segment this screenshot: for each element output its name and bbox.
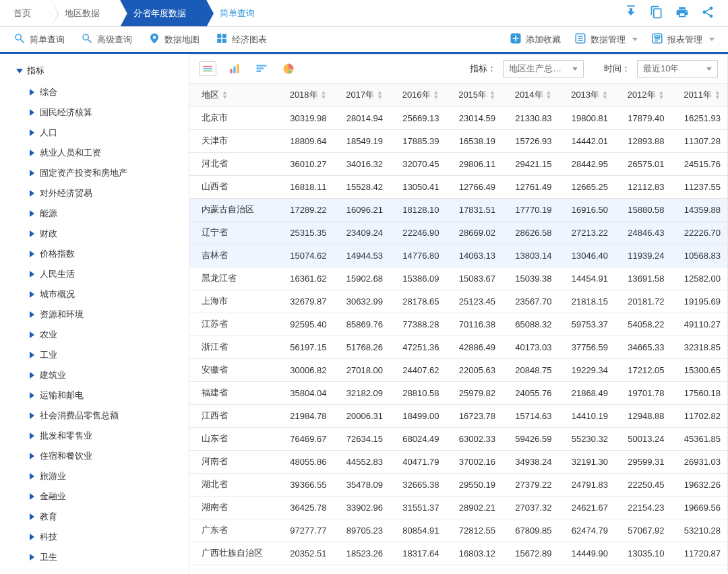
toolbar: 简单查询 高级查询 数据地图 经济图表 添加收藏 数据管理 报表管理 [0, 27, 728, 54]
time-select[interactable]: 最近10年 [637, 60, 718, 77]
table-row[interactable]: 广东省97277.7789705.2380854.9172812.5567809… [189, 519, 727, 542]
sidebar-item-label: 人民生活 [40, 268, 75, 280]
data-map-button[interactable]: 数据地图 [148, 32, 200, 46]
value-cell: 42886.49 [446, 336, 503, 358]
table-row[interactable]: 山西省16818.1115528.4213050.4112766.4912761… [189, 175, 727, 198]
report-manage-dropdown[interactable]: 报表管理 [651, 32, 715, 46]
table-row[interactable]: 福建省35804.0432182.0928810.5825979.8224055… [189, 381, 727, 404]
table-row[interactable]: 辽宁省25315.3523409.2422246.9028669.0228626… [189, 221, 727, 244]
sidebar-item[interactable]: 财政 [30, 224, 182, 244]
simple-search-button[interactable]: 简单查询 [13, 32, 65, 46]
table-row[interactable]: 湖南省36425.7833902.9631551.3728902.2127037… [189, 496, 727, 519]
table-row[interactable]: 浙江省56197.1551768.2647251.3642886.4940173… [189, 336, 727, 358]
value-cell: 68024.49 [390, 427, 446, 450]
table-row[interactable]: 江西省21984.7820006.3118499.0016723.7815714… [189, 404, 727, 427]
sidebar-item[interactable]: 城市概况 [30, 284, 182, 305]
sidebar-item[interactable]: 国民经济核算 [30, 102, 182, 123]
tree-root-indicator[interactable]: 指标 [16, 65, 182, 77]
horizontal-bar-icon[interactable] [253, 61, 270, 76]
copy-icon[interactable] [650, 5, 663, 21]
share-icon[interactable] [701, 5, 715, 21]
data-manage-dropdown[interactable]: 数据管理 [574, 32, 638, 46]
table-row[interactable]: 湖北省39366.5535478.0932665.3829550.1927379… [189, 473, 727, 496]
column-header[interactable]: 2016年▲▼ [390, 84, 446, 106]
column-header[interactable]: 2017年▲▼ [334, 84, 390, 106]
download-icon[interactable] [624, 5, 638, 21]
column-header[interactable]: 地区▲▼ [189, 84, 277, 106]
column-header[interactable]: 2011年▲▼ [671, 84, 728, 106]
sidebar-item[interactable]: 运输和邮电 [30, 385, 182, 406]
table-row[interactable]: 天津市18809.6418549.1917885.3916538.1915726… [189, 129, 727, 152]
value-cell: 24791.83 [559, 473, 615, 496]
sidebar-item-label: 国民经济核算 [40, 106, 92, 119]
column-header[interactable]: 2013年▲▼ [559, 84, 615, 106]
column-header[interactable]: 2014年▲▼ [502, 84, 559, 106]
print-icon[interactable] [675, 5, 689, 21]
sidebar-item[interactable]: 人民生活 [30, 264, 182, 284]
value-cell: 15528.42 [334, 175, 390, 198]
value-cell: 72812.55 [446, 519, 503, 542]
economic-chart-button[interactable]: 经济图表 [216, 32, 267, 46]
table-view-icon[interactable] [199, 61, 216, 76]
sidebar-item[interactable]: 社会服务 [30, 567, 182, 572]
table-row[interactable]: 北京市30319.9828014.9425669.1323014.5921330… [189, 106, 727, 129]
table-row[interactable]: 河北省36010.2734016.3232070.4529806.1129421… [189, 152, 727, 175]
sidebar-item[interactable]: 综合 [30, 82, 182, 102]
sidebar-item[interactable]: 能源 [30, 203, 182, 224]
table-row[interactable]: 山东省76469.6772634.1568024.4963002.3359426… [189, 427, 727, 450]
chevron-right-icon [30, 210, 34, 217]
sidebar-item[interactable]: 农业 [30, 325, 182, 345]
sidebar-item[interactable]: 固定资产投资和房地产 [30, 163, 182, 183]
breadcrumb-home[interactable]: 首页 [0, 0, 51, 26]
column-header[interactable]: 2012年▲▼ [615, 84, 671, 106]
value-cell: 23409.24 [334, 221, 390, 244]
sidebar-item[interactable]: 科技 [30, 527, 182, 547]
value-cell: 97277.77 [277, 519, 334, 542]
table-row[interactable]: 江苏省92595.4085869.7677388.2870116.3865088… [189, 313, 727, 336]
sidebar-item[interactable]: 价格指数 [30, 244, 182, 264]
breadcrumb-simple-query[interactable]: 简单查询 [206, 0, 275, 26]
value-cell: 26575.01 [615, 152, 671, 175]
sidebar-item[interactable]: 批发和零售业 [30, 426, 182, 446]
pie-chart-icon[interactable] [280, 61, 297, 76]
sidebar-item[interactable]: 建筑业 [30, 365, 182, 385]
column-header[interactable]: 2015年▲▼ [446, 84, 503, 106]
toolbar-label: 经济图表 [232, 34, 267, 46]
region-cell: 河北省 [189, 152, 277, 175]
sidebar-item[interactable]: 旅游业 [30, 466, 182, 486]
column-header[interactable]: 2018年▲▼ [277, 84, 334, 106]
data-table-wrapper[interactable]: 地区▲▼2018年▲▼2017年▲▼2016年▲▼2015年▲▼2014年▲▼2… [189, 84, 728, 572]
table-row[interactable]: 河南省48055.8644552.8340471.7937002.1634938… [189, 450, 727, 473]
table-row[interactable]: 广西壮族自治区20352.5118523.2618317.6416803.121… [189, 542, 727, 565]
add-favorite-button[interactable]: 添加收藏 [510, 32, 561, 46]
sidebar-item[interactable]: 工业 [30, 345, 182, 365]
sidebar-item[interactable]: 金融业 [30, 486, 182, 507]
table-row[interactable]: 内蒙古自治区17289.2216096.2118128.1017831.5117… [189, 198, 727, 221]
sidebar-item[interactable]: 卫生 [30, 547, 182, 567]
sidebar-item[interactable]: 资源和环境 [30, 305, 182, 325]
sidebar-item[interactable]: 住宿和餐饮业 [30, 446, 182, 466]
sidebar-item[interactable]: 人口 [30, 123, 182, 143]
table-row[interactable]: 黑龙江省16361.6215902.6815386.0915083.671503… [189, 267, 727, 290]
value-cell: 12112.83 [615, 175, 671, 198]
sidebar-item[interactable]: 社会消费品零售总额 [30, 406, 182, 426]
value-cell: 23567.70 [502, 290, 559, 313]
value-cell: 11702.82 [671, 404, 728, 427]
breadcrumb-provincial-annual[interactable]: 分省年度数据 [120, 0, 206, 26]
value-cell: 19229.34 [559, 358, 615, 381]
sidebar-item[interactable]: 就业人员和工资 [30, 143, 182, 163]
value-cell: 36010.27 [277, 152, 334, 175]
plus-icon [510, 32, 522, 46]
table-row[interactable]: 安徽省30006.8227018.0024407.6222005.6320848… [189, 358, 727, 381]
sidebar-item-label: 就业人员和工资 [40, 147, 101, 159]
sidebar-item-label: 对外经济贸易 [40, 187, 92, 199]
sidebar-item[interactable]: 教育 [30, 507, 182, 527]
breadcrumb-region-data[interactable]: 地区数据 [51, 0, 120, 26]
sidebar-item[interactable]: 对外经济贸易 [30, 183, 182, 203]
sidebar-item-label: 教育 [40, 511, 57, 523]
advanced-search-button[interactable]: 高级查询 [81, 32, 132, 46]
indicator-select[interactable]: 地区生产总… [503, 60, 584, 77]
table-row[interactable]: 上海市32679.8730632.9928178.6525123.4523567… [189, 290, 727, 313]
bar-chart-icon[interactable] [226, 61, 243, 76]
table-row[interactable]: 吉林省15074.6214944.5314776.8014063.1313803… [189, 244, 727, 267]
